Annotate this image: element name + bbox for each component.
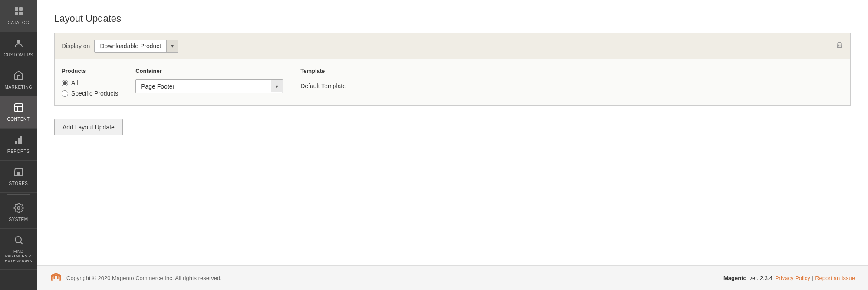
sidebar: CATALOG CUSTOMERS MARKETING CONTENT [0, 0, 37, 290]
display-on-dropdown-btn[interactable]: ▾ [166, 40, 178, 52]
sidebar-item-find-partners[interactable]: FIND PARTNERS & EXTENSIONS [0, 229, 37, 270]
sidebar-item-catalog[interactable]: CATALOG [0, 0, 37, 32]
catalog-icon [13, 6, 24, 19]
sidebar-system-label: SYSTEM [9, 217, 28, 222]
footer-right: Magento ver. 2.3.4 Privacy Policy | Repo… [723, 275, 855, 281]
template-col: Template Default Template [300, 68, 346, 89]
container-value: Page Footer [136, 80, 271, 93]
products-label: Products [62, 68, 118, 74]
radio-all-label[interactable]: All [62, 79, 118, 86]
display-on-label: Display on [62, 43, 90, 49]
svg-point-4 [17, 40, 20, 43]
template-value: Default Template [300, 79, 346, 89]
report-issue-link[interactable]: Report an Issue [815, 275, 855, 281]
footer-separator: | [812, 275, 813, 281]
svg-rect-11 [17, 172, 20, 175]
stores-icon [13, 167, 24, 179]
details-row: Products All Specific Products Container [55, 59, 850, 105]
svg-point-12 [17, 207, 20, 209]
footer-left: Copyright © 2020 Magento Commerce Inc. A… [50, 272, 222, 284]
sidebar-reports-label: REPORTS [7, 149, 30, 154]
radio-specific-input[interactable] [62, 90, 68, 97]
footer: Copyright © 2020 Magento Commerce Inc. A… [37, 265, 868, 290]
display-on-select[interactable]: Downloadable Product ▾ [94, 40, 178, 53]
sidebar-stores-label: STORES [9, 181, 28, 186]
sidebar-item-system[interactable]: SYSTEM [0, 197, 37, 229]
sidebar-marketing-label: MARKETING [5, 85, 33, 90]
sidebar-find-partners-label: FIND PARTNERS & EXTENSIONS [2, 249, 35, 263]
svg-rect-9 [18, 138, 20, 144]
sidebar-divider [7, 194, 30, 195]
layout-update-card: Display on Downloadable Product ▾ Produc… [54, 33, 851, 106]
privacy-policy-link[interactable]: Privacy Policy [775, 275, 810, 281]
page-title: Layout Updates [54, 13, 851, 24]
marketing-icon [13, 70, 24, 83]
container-col: Container Page Footer ▾ [135, 68, 283, 93]
system-icon [13, 203, 24, 215]
svg-rect-0 [15, 7, 18, 11]
sidebar-item-content[interactable]: CONTENT [0, 96, 37, 129]
sidebar-customers-label: CUSTOMERS [3, 53, 33, 58]
svg-rect-1 [19, 7, 23, 11]
svg-rect-5 [15, 104, 23, 112]
template-label: Template [300, 68, 346, 74]
footer-copyright: Copyright © 2020 Magento Commerce Inc. A… [66, 275, 222, 281]
reports-icon [13, 135, 24, 147]
svg-rect-10 [20, 136, 22, 144]
add-layout-update-button[interactable]: Add Layout Update [54, 119, 123, 135]
svg-point-13 [15, 237, 21, 243]
sidebar-item-reports[interactable]: REPORTS [0, 129, 37, 161]
svg-rect-8 [15, 141, 17, 144]
radio-all-input[interactable] [62, 80, 68, 86]
container-dropdown-btn[interactable]: ▾ [271, 80, 283, 92]
svg-line-14 [20, 242, 23, 245]
sidebar-item-stores[interactable]: STORES [0, 161, 37, 193]
customers-icon [13, 38, 24, 51]
radio-all-text: All [71, 79, 78, 86]
sidebar-item-customers[interactable]: CUSTOMERS [0, 32, 37, 64]
container-label: Container [135, 68, 283, 74]
find-partners-icon [13, 235, 24, 247]
svg-rect-2 [15, 12, 18, 15]
sidebar-item-marketing[interactable]: MARKETING [0, 64, 37, 96]
main-content: Layout Updates Display on Downloadable P… [37, 0, 868, 290]
products-radio-group: All Specific Products [62, 79, 118, 97]
sidebar-catalog-label: CATALOG [8, 20, 30, 26]
radio-specific-label[interactable]: Specific Products [62, 90, 118, 97]
radio-specific-text: Specific Products [71, 90, 118, 97]
sidebar-content-label: CONTENT [7, 117, 30, 122]
display-on-row: Display on Downloadable Product ▾ [55, 33, 850, 59]
footer-links: Privacy Policy | Report an Issue [775, 275, 855, 281]
display-on-value: Downloadable Product [95, 40, 166, 52]
svg-rect-3 [19, 12, 23, 15]
content-icon [13, 102, 24, 115]
container-select[interactable]: Page Footer ▾ [135, 79, 283, 93]
footer-version: ver. 2.3.4 [749, 275, 772, 281]
magento-logo [50, 272, 62, 284]
products-col: Products All Specific Products [62, 68, 118, 97]
footer-magento-label: Magento [723, 275, 746, 281]
delete-layout-btn[interactable] [835, 41, 843, 51]
